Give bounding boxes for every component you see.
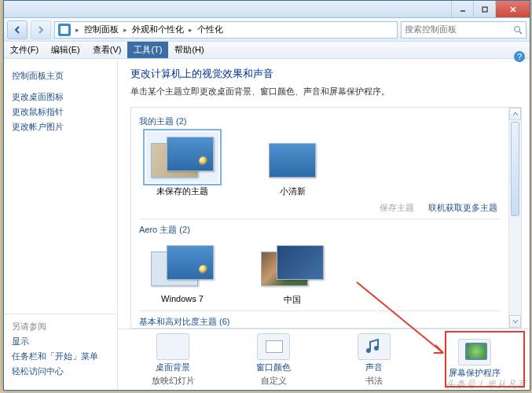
opt-title: 桌面背景 [156, 362, 190, 373]
opt-title: 窗口颜色 [256, 362, 291, 373]
chevron-right-icon: ▸ [75, 26, 79, 34]
sidebar: 控制面板主页 更改桌面图标 更改鼠标指针 更改帐户图片 另请参阅 显示 任务栏和… [4, 59, 118, 390]
screen-saver-icon [458, 339, 491, 365]
opt-sub: 自定义 [261, 375, 287, 387]
window-color-icon [257, 333, 290, 360]
crumb-appearance[interactable]: 外观和个性化 [132, 24, 184, 35]
sidebar-desktop-icons[interactable]: 更改桌面图标 [12, 91, 109, 103]
sidebar-mouse-pointers[interactable]: 更改鼠标指针 [12, 106, 109, 118]
nav-bar: ▸ 控制面板 ▸ 外观和个性化 ▸ 个性化 搜索控制面板 [4, 18, 530, 42]
theme-unsaved[interactable]: 未保存的主题 [139, 132, 226, 197]
opt-title: 声音 [365, 362, 383, 373]
opt-desktop-background[interactable]: 桌面背景 放映幻灯片 [134, 333, 212, 387]
opt-sounds[interactable]: 声音 书法 [335, 333, 413, 387]
theme-fresh[interactable]: 小清新 [249, 132, 336, 197]
svg-rect-1 [482, 7, 487, 12]
desktop-bg-icon [156, 333, 189, 360]
page-subtitle: 单击某个主题立即更改桌面背景、窗口颜色、声音和屏幕保护程序。 [130, 86, 517, 97]
footer-options: 桌面背景 放映幻灯片 窗口颜色 自定义 声音 书法 屏幕保护程序 [118, 329, 530, 390]
svg-text:?: ? [517, 52, 522, 61]
search-placeholder: 搜索控制面板 [405, 24, 457, 35]
main-pane: 更改计算机上的视觉效果和声音 单击某个主题立即更改桌面背景、窗口颜色、声音和屏幕… [118, 59, 530, 390]
opt-sub: 书法 [365, 375, 383, 387]
theme-windows7[interactable]: Windows 7 [139, 241, 226, 306]
scrollbar[interactable] [508, 108, 521, 328]
nav-back-button[interactable] [7, 20, 28, 39]
themes-panel: 我的主题 (2) 未保存的主题 小清新 保存主题 联机获取更多主题 [130, 107, 522, 329]
crumb-control-panel[interactable]: 控制面板 [84, 24, 119, 35]
scroll-up-button[interactable] [509, 108, 521, 120]
menu-file[interactable]: 文件(F) [4, 42, 45, 58]
search-input[interactable]: 搜索控制面板 [401, 21, 526, 39]
menu-bar: 文件(F) 编辑(E) 查看(V) 工具(T) 帮助(H) [4, 42, 530, 59]
get-more-themes-link[interactable]: 联机获取更多主题 [428, 202, 497, 214]
theme-china[interactable]: 中国 [249, 241, 336, 306]
menu-view[interactable]: 查看(V) [86, 42, 128, 58]
close-button[interactable] [495, 1, 530, 17]
page-title: 更改计算机上的视觉效果和声音 [130, 67, 517, 81]
theme-label: 小清新 [280, 185, 306, 197]
maximize-button[interactable] [473, 1, 495, 17]
body: 控制面板主页 更改桌面图标 更改鼠标指针 更改帐户图片 另请参阅 显示 任务栏和… [4, 59, 530, 390]
opt-title: 屏幕保护程序 [449, 367, 501, 379]
theme-label: 中国 [284, 294, 301, 306]
opt-window-color[interactable]: 窗口颜色 自定义 [234, 333, 313, 387]
theme-label: 未保存的主题 [156, 185, 208, 197]
section-high-contrast: 基本和高对比度主题 (6) [139, 316, 501, 328]
help-icon[interactable]: ? [513, 50, 526, 63]
menu-help[interactable]: 帮助(H) [168, 42, 210, 58]
scroll-down-button[interactable] [509, 315, 521, 328]
theme-label: Windows 7 [161, 294, 204, 303]
scroll-thumb[interactable] [511, 122, 519, 216]
svg-point-4 [515, 26, 520, 31]
sidebar-see-also: 另请参阅 [12, 321, 109, 332]
menu-edit[interactable]: 编辑(E) [45, 42, 86, 58]
chevron-right-icon: ▸ [189, 26, 193, 34]
chevron-right-icon: ▸ [123, 26, 127, 34]
sidebar-display[interactable]: 显示 [12, 336, 109, 347]
sidebar-account-picture[interactable]: 更改帐户图片 [12, 121, 109, 133]
opt-screen-saver[interactable]: 屏幕保护程序 [435, 339, 514, 380]
minimize-button[interactable] [451, 1, 473, 17]
search-icon [513, 25, 523, 35]
titlebar [4, 1, 530, 18]
sidebar-taskbar[interactable]: 任务栏和「开始」菜单 [12, 351, 109, 362]
address-bar[interactable]: ▸ 控制面板 ▸ 外观和个性化 ▸ 个性化 [54, 21, 398, 39]
control-panel-window: ▸ 控制面板 ▸ 外观和个性化 ▸ 个性化 搜索控制面板 文件(F) 编辑(E)… [3, 0, 530, 391]
sidebar-home[interactable]: 控制面板主页 [12, 70, 109, 82]
svg-line-5 [519, 31, 522, 34]
sidebar-ease-of-access[interactable]: 轻松访问中心 [12, 365, 109, 377]
control-panel-icon [58, 24, 71, 36]
section-my-themes: 我的主题 (2) [139, 116, 501, 127]
menu-tools[interactable]: 工具(T) [127, 42, 168, 58]
sound-icon [358, 333, 391, 360]
save-theme-link[interactable]: 保存主题 [380, 202, 414, 214]
section-aero: Aero 主题 (2) [139, 224, 501, 236]
nav-forward-button[interactable] [31, 20, 51, 39]
opt-sub: 放映幻灯片 [152, 375, 195, 387]
crumb-personalization[interactable]: 个性化 [197, 24, 223, 35]
